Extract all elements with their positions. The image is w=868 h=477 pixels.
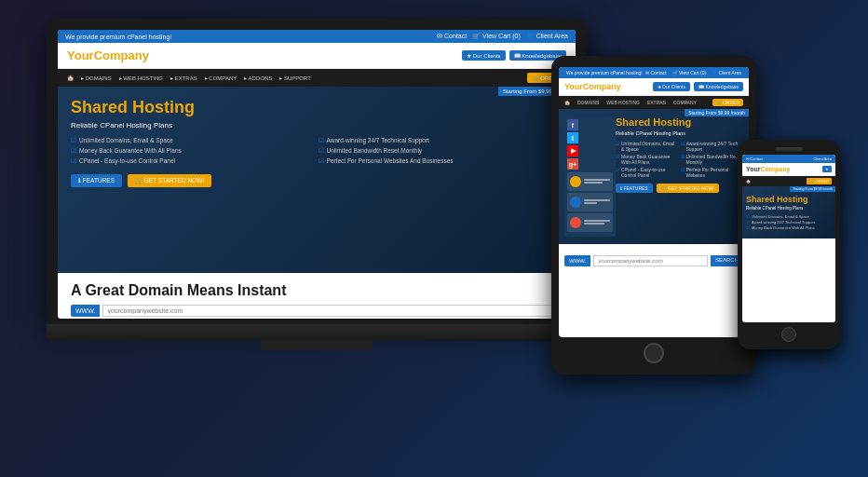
tablet-header-btns: ★ Our Clients 📖 Knowledgebase bbox=[653, 82, 743, 91]
topbar-message: We provide premium cPanel hosting! bbox=[65, 34, 171, 40]
topbar-contact[interactable]: ✉ Contact bbox=[437, 33, 467, 40]
tablet-knowledgebase-btn[interactable]: 📖 Knowledgebase bbox=[694, 82, 743, 91]
nav-addons[interactable]: ▸ ADDONS bbox=[244, 75, 272, 81]
laptop-screen-outer: We provide premium cPanel hosting! ✉ Con… bbox=[47, 19, 587, 324]
topbar-cart[interactable]: 🛒 View Cart (0) bbox=[472, 33, 521, 40]
phone-topbar-contact: ✉ Contact bbox=[746, 157, 763, 161]
tablet-clientarea[interactable]: 👤 Client Area bbox=[712, 70, 741, 75]
phone-hero: Starting From $9.99 /month Shared Hostin… bbox=[742, 186, 835, 238]
nav-extras[interactable]: ▸ EXTRAS bbox=[170, 75, 197, 81]
sidebar-lines-1 bbox=[584, 179, 610, 184]
laptop-base bbox=[47, 324, 587, 341]
tablet-logo: YourCompany bbox=[564, 82, 621, 91]
hero-feature-6: ☑Perfect For Personal Websites And Busin… bbox=[319, 157, 563, 165]
tablet-nav: 🏠 DOMAINS WEB HOSTING EXTRAS COMPANY 🛒 O… bbox=[559, 96, 749, 109]
nav-webhosting[interactable]: ▸ WEB HOSTING bbox=[119, 75, 163, 81]
tablet-nav-extras[interactable]: EXTRAS bbox=[647, 100, 666, 105]
hero-feature-4: ☑Unlimited Bandwidth Reset Monthly bbox=[319, 147, 563, 155]
tablet-order-btn[interactable]: 🛒 ORDER bbox=[712, 99, 743, 106]
hero-feature-3: ☑Money Back Guarantee With All Plans bbox=[71, 147, 316, 155]
sidebar-line-short-2 bbox=[584, 202, 597, 204]
phone-nav-home[interactable]: 🏠 bbox=[746, 179, 751, 184]
tablet-cart[interactable]: 🛒 View Cart (0) bbox=[672, 70, 706, 75]
tablet-topbar: We provide premium cPanel hosting! ✉ Con… bbox=[559, 67, 749, 78]
logo-text-accent: Company bbox=[94, 48, 149, 62]
tablet-contact[interactable]: ✉ Contact bbox=[645, 70, 667, 75]
nav-domains[interactable]: ▸ DOMAINS bbox=[81, 75, 112, 81]
hero-subtitle: Reliable CPanel Hosting Plans bbox=[71, 121, 563, 129]
phone-feature-3: ☑Money Back Guarantee With All Plans bbox=[746, 225, 832, 230]
domain-search-input[interactable] bbox=[102, 305, 563, 317]
tablet-nav-home[interactable]: 🏠 bbox=[564, 100, 570, 105]
tablet-nav-company[interactable]: COMPANY bbox=[673, 100, 697, 105]
logo-text-plain: Your bbox=[67, 48, 94, 62]
phone-topbar: ✉ Contact 👤 Client Area bbox=[742, 155, 835, 163]
tablet-ourclients-btn[interactable]: ★ Our Clients bbox=[653, 82, 690, 91]
phone-speaker bbox=[775, 147, 803, 151]
tablet-feature-5: ☑CPanel - Easy-to-use Control Panel bbox=[616, 167, 679, 178]
features-btn[interactable]: ℹ FEATURES bbox=[71, 174, 122, 187]
sidebar-avatar-1 bbox=[570, 176, 581, 187]
youtube-icon: ▶ bbox=[567, 145, 578, 157]
tablet-hero-features: ☑Unlimited Domains, Email & Space ☑Award… bbox=[616, 141, 743, 178]
sidebar-line bbox=[584, 179, 610, 181]
domain-section: A Great Domain Means Instant WWW. bbox=[58, 273, 576, 319]
phone-topbar-clientarea: 👤 Client Area bbox=[807, 157, 832, 161]
tablet-feature-6: ☑Perfect For Personal Websites bbox=[681, 167, 744, 178]
topbar-links: ✉ Contact 🛒 View Cart (0) 👤 Client Area bbox=[437, 33, 568, 40]
getstarted-btn[interactable]: 🛒 GET STARTED NOW! bbox=[128, 174, 211, 187]
tablet-feature-4: ☑Unlimited Bandwidth Re... Monthly bbox=[681, 154, 744, 165]
phone-order-btn[interactable]: 🛒 ORDER bbox=[807, 178, 832, 184]
site-nav: 🏠 ▸ DOMAINS ▸ WEB HOSTING ▸ EXTRAS ▸ COM… bbox=[58, 69, 576, 87]
facebook-icon: f bbox=[567, 119, 578, 130]
sidebar-avatar-2 bbox=[570, 197, 581, 208]
tablet-hero-content: Shared Hosting Reliable CPanel Hosting P… bbox=[616, 116, 743, 237]
sidebar-line-short-3 bbox=[584, 223, 604, 225]
phone-outer: ✉ Contact 👤 Client Area YourCompany ★ 🏠 … bbox=[738, 140, 840, 349]
tablet-domain-input[interactable] bbox=[593, 255, 708, 266]
phone-home-button[interactable] bbox=[781, 327, 796, 342]
tablet-hero-btns: ℹ FEATURES 🛒 GET STARTED NOW! bbox=[616, 184, 743, 193]
our-clients-btn[interactable]: ★ Our Clients bbox=[462, 50, 506, 61]
nav-support[interactable]: ▸ SUPPORT bbox=[279, 75, 311, 81]
nav-company[interactable]: ▸ COMPANY bbox=[205, 75, 237, 81]
phone-logo: YourCompany bbox=[746, 166, 790, 172]
site-logo: YourCompany bbox=[67, 48, 149, 62]
scene: We provide premium cPanel hosting! ✉ Con… bbox=[0, 0, 868, 477]
tablet-nav-webhosting[interactable]: WEB HOSTING bbox=[606, 100, 640, 105]
tablet-home-button[interactable] bbox=[644, 343, 664, 363]
domain-www-label: WWW. bbox=[71, 305, 100, 317]
tablet-hero: Starting From $9.99 /month f t ▶ g+ bbox=[559, 109, 749, 244]
tablet-sidebar: f t ▶ g+ bbox=[564, 116, 616, 237]
googleplus-icon: g+ bbox=[567, 158, 578, 170]
phone-device: ✉ Contact 👤 Client Area YourCompany ★ 🏠 … bbox=[738, 140, 840, 349]
check-icon-1: ☑ bbox=[71, 137, 76, 144]
tablet-hero-title: Shared Hosting bbox=[616, 116, 743, 128]
site-hero: Starting From $9.99 /month Shared Hostin… bbox=[58, 87, 576, 273]
tablet-feature-2: ☑Award-winning 24/7 Tech Support bbox=[681, 141, 744, 152]
tablet-domain-search: WWW. SEARCH bbox=[564, 255, 743, 266]
tablet-topbar-message: We provide premium cPanel hosting! bbox=[566, 70, 643, 75]
phone-hero-features: ☑Unlimited Domains, Email & Space ☑Award… bbox=[746, 214, 832, 230]
sidebar-line-2 bbox=[584, 199, 610, 201]
tablet-getstarted-btn[interactable]: 🛒 GET STARTED NOW! bbox=[657, 184, 719, 193]
twitter-icon: t bbox=[567, 132, 578, 143]
laptop-device: We provide premium cPanel hosting! ✉ Con… bbox=[47, 19, 587, 350]
check-icon-6: ☑ bbox=[319, 157, 324, 165]
tablet-nav-domains[interactable]: DOMAINS bbox=[577, 100, 599, 105]
check-icon-5: ☑ bbox=[71, 157, 76, 165]
tablet-feature-3: ☑Money Back Guarantee With All Plans bbox=[616, 154, 679, 165]
tablet-nav-items: 🏠 DOMAINS WEB HOSTING EXTRAS COMPANY bbox=[564, 100, 697, 105]
phone-ourclients-btn[interactable]: ★ bbox=[822, 166, 832, 172]
tablet-features-btn[interactable]: ℹ FEATURES bbox=[616, 184, 653, 193]
tablet-www-label: WWW. bbox=[564, 255, 590, 266]
phone-header: YourCompany ★ bbox=[742, 163, 835, 176]
hero-title: Shared Hosting bbox=[71, 98, 563, 117]
sidebar-item-3 bbox=[567, 213, 613, 232]
tablet-hero-subtitle: Reliable CPanel Hosting Plans bbox=[616, 130, 743, 136]
sidebar-lines-2 bbox=[584, 199, 610, 205]
topbar-clientarea[interactable]: 👤 Client Area bbox=[526, 33, 568, 40]
nav-home[interactable]: 🏠 bbox=[67, 75, 74, 81]
tablet-social-stripe: f t ▶ g+ bbox=[567, 119, 613, 170]
domain-search: WWW. bbox=[71, 305, 563, 317]
